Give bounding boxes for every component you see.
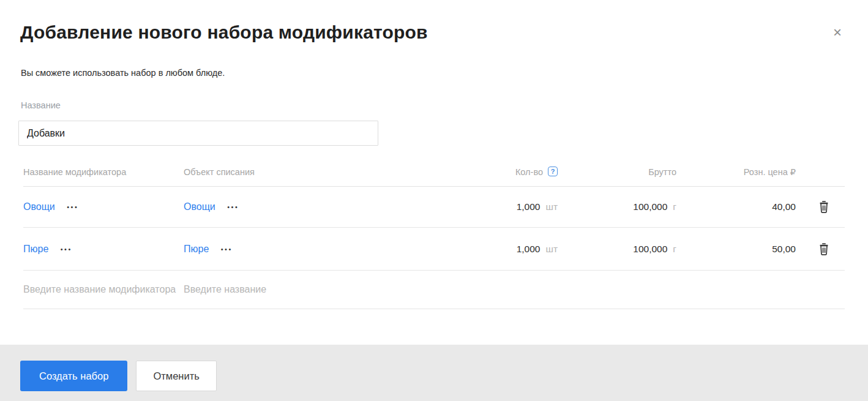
close-icon[interactable]: × <box>829 24 846 42</box>
table-row: Пюре ••• Пюре ••• 1,000 шт 100,000 г 50,… <box>23 228 845 271</box>
cell-actions <box>796 200 845 214</box>
quantity-value: 1,000 <box>517 201 541 212</box>
create-set-button[interactable]: Создать набор <box>20 361 127 391</box>
cell-modifier-name: Пюре ••• <box>23 244 184 255</box>
modifier-name-link[interactable]: Овощи <box>23 201 55 212</box>
new-modifier-row <box>23 271 845 309</box>
modifiers-table: Название модификатора Объект списания Ко… <box>23 158 845 309</box>
cell-new-modifier-name <box>23 284 184 295</box>
quantity-value: 1,000 <box>517 244 541 255</box>
cell-new-writeoff-object <box>184 284 441 295</box>
more-menu-icon[interactable]: ••• <box>227 203 239 211</box>
cell-retail-price[interactable]: 50,00 <box>676 244 796 255</box>
header-quantity-label: Кол-во <box>515 167 543 177</box>
dialog-footer: Создать набор Отменить <box>0 345 868 401</box>
more-menu-icon[interactable]: ••• <box>61 245 72 253</box>
gross-value: 100,000 <box>633 201 667 212</box>
header-modifier-name: Название модификатора <box>23 167 184 177</box>
table-header-row: Название модификатора Объект списания Ко… <box>23 158 845 187</box>
header-writeoff-object: Объект списания <box>184 167 441 177</box>
header-retail-price: Розн. цена ₽ <box>676 167 796 177</box>
price-value: 40,00 <box>772 201 796 212</box>
cell-writeoff-object: Пюре ••• <box>184 244 441 255</box>
header-gross: Брутто <box>558 167 676 177</box>
header-quantity: Кол-во ? <box>441 167 558 177</box>
quantity-unit: шт <box>545 244 558 255</box>
help-icon[interactable]: ? <box>548 167 558 176</box>
cell-writeoff-object: Овощи ••• <box>184 201 441 212</box>
new-writeoff-object-input[interactable] <box>184 284 428 295</box>
writeoff-object-link[interactable]: Овощи <box>184 201 215 212</box>
cell-gross[interactable]: 100,000 г <box>558 201 676 212</box>
cell-retail-price[interactable]: 40,00 <box>676 201 796 212</box>
cell-actions <box>796 242 845 257</box>
more-menu-icon[interactable]: ••• <box>67 203 78 211</box>
cell-gross[interactable]: 100,000 г <box>558 244 676 255</box>
writeoff-object-link[interactable]: Пюре <box>184 244 209 254</box>
cell-quantity[interactable]: 1,000 шт <box>441 244 558 255</box>
modifier-name-link[interactable]: Пюре <box>23 244 48 254</box>
table-row: Овощи ••• Овощи ••• 1,000 шт 100,000 г 4… <box>23 187 845 228</box>
price-value: 50,00 <box>772 244 796 255</box>
gross-value: 100,000 <box>633 244 667 255</box>
cell-quantity[interactable]: 1,000 шт <box>441 201 558 212</box>
new-modifier-name-input[interactable] <box>23 284 176 295</box>
name-field-label: Название <box>21 100 868 111</box>
more-menu-icon[interactable]: ••• <box>221 245 233 253</box>
trash-icon <box>818 242 830 256</box>
delete-row-button[interactable] <box>817 242 831 257</box>
set-name-input[interactable] <box>18 121 378 146</box>
trash-icon <box>818 200 830 214</box>
cell-modifier-name: Овощи ••• <box>23 201 184 212</box>
dialog-subtitle: Вы сможете использовать набор в любом бл… <box>21 67 868 78</box>
delete-row-button[interactable] <box>817 200 831 214</box>
page-title: Добавление нового набора модификаторов <box>20 22 844 43</box>
quantity-unit: шт <box>545 201 558 212</box>
cancel-button[interactable]: Отменить <box>136 361 216 391</box>
